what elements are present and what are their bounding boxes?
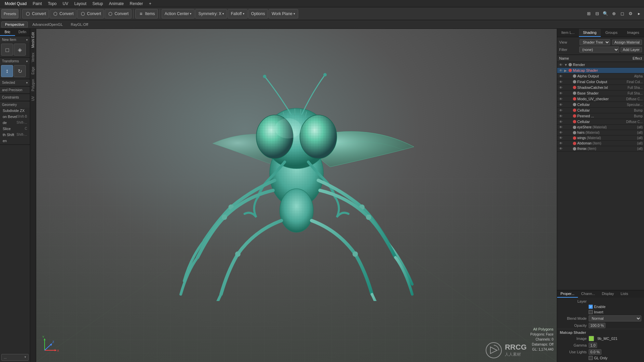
shader-eye-shadow[interactable]: 👁	[558, 86, 563, 89]
add-layer-button[interactable]: Add Layer	[621, 47, 642, 52]
sidebar-tab-defin[interactable]: Defin	[15, 29, 30, 36]
shader-row-render[interactable]: 👁 ▼ Render	[557, 62, 644, 68]
shader-row-hairs[interactable]: 👁 hairs (Material) (all)	[557, 130, 644, 135]
work-plane-dropdown[interactable]: Work Plane ▾	[269, 9, 298, 18]
shader-row-base[interactable]: 👁 Base Shader Full Sha...	[557, 90, 644, 96]
sidebar-item-subdivide-zx[interactable]: Subdivide ZX	[0, 108, 30, 114]
image-color-swatch[interactable]	[589, 336, 594, 341]
convert-button-2[interactable]: ⬡ Convert	[50, 9, 76, 18]
shader-row-final-color[interactable]: 👁 Final Color Output Final Col...	[557, 79, 644, 85]
sidebar-section-header-constraints[interactable]: Constraints	[0, 95, 30, 100]
tb-icon-5[interactable]: ◻	[619, 10, 626, 17]
right-tab-shading[interactable]: Shading	[579, 29, 601, 37]
shader-row-shadowcatcher[interactable]: 👁 ShadowCatcher.lxl Full Sha...	[557, 85, 644, 90]
sidebar-section-header-transforms[interactable]: Transforms ▾	[0, 58, 30, 64]
shader-tree[interactable]: 👁 ▼ Render 👁 ▶ Matcap Shader 👁 Alpha	[557, 62, 644, 290]
vp-tab-perspective[interactable]: Perspective	[1, 21, 28, 27]
viewport[interactable]: X Y Z All Polygons Polygons: Face Channe…	[36, 29, 557, 362]
sidebar-section-header-precision[interactable]: and Precision	[0, 87, 30, 93]
convert-button-1[interactable]: ⬡ Convert	[22, 9, 49, 18]
menu-item-plus[interactable]: +	[146, 1, 154, 7]
narrow-col-uv[interactable]: UV	[31, 94, 36, 103]
shader-row-abdoman[interactable]: 👁 Abdoman (Item) (all)	[557, 141, 644, 146]
narrow-col-polygon[interactable]: Polygon	[31, 77, 36, 93]
shader-row-matcap[interactable]: 👁 ▶ Matcap Shader	[557, 68, 644, 73]
new-item-icon-1[interactable]: ◻	[1, 44, 13, 56]
view-dropdown[interactable]: Shader Tree	[580, 39, 610, 45]
assign-material-button[interactable]: Assign Material	[612, 40, 642, 45]
gl-only-checkbox[interactable]	[589, 356, 593, 360]
sidebar-item-th-shift[interactable]: th Shift Shift-...	[0, 132, 30, 138]
transform-icon-2[interactable]: ↻	[14, 65, 26, 77]
shader-row-peened1[interactable]: 👁 Peened ... Bump	[557, 113, 644, 119]
shader-eye-matcap[interactable]: 👁	[558, 69, 563, 72]
shader-row-cellular3[interactable]: 👁 Cellular Diffuse C...	[557, 119, 644, 125]
use-lights-value[interactable]: 0.0 %	[589, 349, 601, 355]
tb-icon-3[interactable]: 🔍	[602, 10, 609, 17]
tb-icon-1[interactable]: ⊞	[585, 10, 592, 17]
tb-icon-4[interactable]: ⊕	[610, 10, 618, 17]
menu-item-render[interactable]: Render	[127, 1, 146, 7]
shader-eye-eyeshere[interactable]: 👁	[558, 125, 563, 129]
narrow-col-vertex[interactable]: Vertex	[31, 51, 36, 64]
shader-eye-cell1[interactable]: 👁	[558, 103, 563, 107]
shader-row-cellular2[interactable]: 👁 Cellular Bump	[557, 108, 644, 113]
gamma-value[interactable]: 1.0	[589, 343, 597, 348]
shader-expand-matcap[interactable]: ▶	[564, 69, 568, 72]
prop-tab-display[interactable]: Display	[598, 290, 617, 298]
shader-eye-base[interactable]: 👁	[558, 92, 563, 95]
shader-row-thorax[interactable]: 👁 thorax (Item) (all)	[557, 146, 644, 152]
shader-eye-thorax[interactable]: 👁	[558, 147, 563, 150]
menu-item-model-quad[interactable]: Model Quad	[2, 1, 29, 7]
menu-item-layout[interactable]: Layout	[71, 1, 89, 7]
shader-expand-render[interactable]: ▼	[564, 63, 568, 67]
prop-tab-properties[interactable]: Proper...	[557, 290, 578, 298]
narrow-col-meshi-edit[interactable]: Meshi Edit	[31, 30, 36, 50]
sidebar-item-on-bevel[interactable]: on Bevel Shift-B	[0, 114, 30, 120]
right-tab-images[interactable]: Images	[622, 29, 644, 37]
sidebar-section-header-selected[interactable]: Selected ▾	[0, 80, 30, 85]
symmetry-dropdown[interactable]: Symmetry: X ▾	[195, 9, 227, 18]
shader-eye-wings[interactable]: 👁	[558, 136, 563, 140]
sidebar-section-header-geometry[interactable]: Geometry	[0, 102, 30, 108]
convert-button-4[interactable]: ⬡ Convert	[105, 9, 131, 18]
enable-checkbox[interactable]	[589, 305, 593, 309]
menu-item-animate[interactable]: Animate	[106, 1, 126, 7]
items-button[interactable]: ≡ Items	[135, 9, 158, 18]
shader-eye-alpha[interactable]: 👁	[558, 74, 563, 78]
menu-item-paint[interactable]: Paint	[30, 1, 44, 7]
shader-row-eyeshere[interactable]: 👁 eyeShere (Material) (all)	[557, 125, 644, 130]
options-button[interactable]: Options	[248, 9, 268, 18]
prop-tab-channels[interactable]: Chann...	[578, 290, 599, 298]
blend-mode-dropdown[interactable]: Normal	[589, 315, 641, 321]
shader-row-alpha[interactable]: 👁 Alpha Output Alpha	[557, 73, 644, 79]
sidebar-bottom-select[interactable]: ... ▾	[1, 354, 29, 361]
menu-item-uv[interactable]: UV	[60, 1, 71, 7]
action-center-dropdown[interactable]: Action Center ▾	[162, 9, 195, 18]
menu-item-setup[interactable]: Setup	[90, 1, 105, 7]
shader-row-cellular1[interactable]: 👁 Cellular Specular...	[557, 102, 644, 108]
tb-icon-7[interactable]: ▸	[635, 10, 643, 17]
vp-tab-advanced-opengl[interactable]: AdvancedOpenGL	[29, 21, 66, 27]
shader-eye-finalcolor[interactable]: 👁	[558, 80, 563, 84]
shader-eye-render[interactable]: 👁	[558, 63, 563, 67]
shader-eye-cell2[interactable]: 👁	[558, 109, 563, 112]
shader-eye-cell3[interactable]: 👁	[558, 120, 563, 124]
shader-row-wings[interactable]: 👁 wings (Material) (all)	[557, 135, 644, 141]
filter-dropdown[interactable]: (none)	[579, 47, 619, 53]
sidebar-item-en[interactable]: en	[0, 138, 30, 144]
transform-icon-1[interactable]: ↕	[1, 65, 13, 77]
narrow-col-edge[interactable]: Edge	[31, 65, 36, 76]
menu-item-topo[interactable]: Topo	[45, 1, 59, 7]
shader-eye-modouv[interactable]: 👁	[558, 97, 563, 101]
right-tab-groups[interactable]: Groups	[601, 29, 623, 37]
falloff-dropdown[interactable]: Falloff ▾	[228, 9, 247, 18]
sidebar-item-de[interactable]: de Shift-...	[0, 120, 30, 126]
invert-checkbox[interactable]	[589, 310, 593, 314]
shader-eye-abdoman[interactable]: 👁	[558, 141, 563, 145]
tb-icon-6[interactable]: ⚙	[627, 10, 634, 17]
convert-button-3[interactable]: ⬡ Convert	[77, 9, 104, 18]
new-item-icon-2[interactable]: ◈	[14, 44, 26, 56]
vp-tab-raygl[interactable]: RayGL:Off	[67, 21, 92, 27]
opacity-value[interactable]: 100.0 %	[589, 323, 605, 328]
